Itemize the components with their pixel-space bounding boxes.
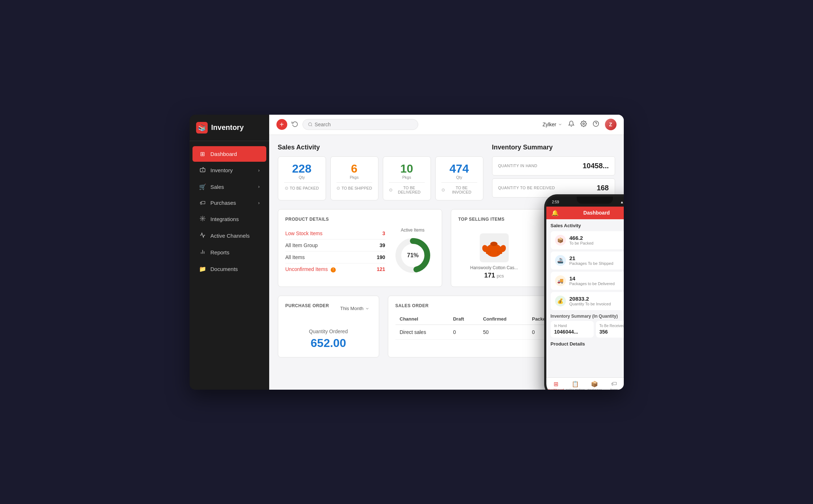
card-to-be-invoiced[interactable]: 474 Qty ⊙ TO BE INVOICED xyxy=(435,156,483,200)
search-input[interactable] xyxy=(315,122,413,127)
phone-bell-icon: 🔔 xyxy=(551,209,559,216)
selling-item-hanswooly[interactable]: Hanswooly Cotton Cas... 171 pcs xyxy=(458,233,530,279)
low-stock-value: 3 xyxy=(382,230,385,236)
search-box[interactable] xyxy=(302,119,418,130)
phone-sales-title: Sales Activity xyxy=(551,223,624,228)
hanswooly-unit: pcs xyxy=(497,273,504,279)
delivered-footer: ⊙ TO BE DELIVERED xyxy=(389,182,425,194)
phone-bottom-nav: ⊞ Dashboard 📋 Sales Orders 📦 Packages 🏷 … xyxy=(546,377,624,390)
org-name: Zylker xyxy=(542,122,556,127)
top-selling-title: TOP SELLING ITEMS xyxy=(458,217,505,222)
po-qty-label: Quantity Ordered xyxy=(285,329,372,334)
phone-activity-delivered[interactable]: 🚚 14 Packages to be Delivered › xyxy=(551,272,624,290)
activity-cards: 228 Qty ⊙ TO BE PACKED 6 Pkgs xyxy=(278,156,483,200)
packed-value: 228 xyxy=(284,162,320,175)
search-icon xyxy=(308,122,313,127)
phone-inventory-summary: Inventory Summary (In Quantity) In Hand … xyxy=(551,314,624,338)
col-confirmed: Confirmed xyxy=(479,313,528,325)
chevron-down-icon xyxy=(365,306,369,311)
packed-unit: Qty xyxy=(284,175,320,179)
unconfirmed-items-row[interactable]: Unconfirmed Items ! 121 xyxy=(285,263,385,275)
sidebar-item-reports[interactable]: Reports xyxy=(192,245,266,261)
sidebar-item-documents[interactable]: 📁 Documents xyxy=(192,261,266,277)
phone-in-hand-label: In Hand xyxy=(554,324,590,328)
inventory-summary-section: Inventory Summary QUANTITY IN HAND 10458… xyxy=(492,144,615,200)
po-title: PURCHASE ORDER xyxy=(285,303,329,308)
product-details-inner: Low Stock Items 3 All Item Group 39 All … xyxy=(285,228,435,275)
topbar: + Zylker xyxy=(269,115,624,135)
qty-in-hand-card[interactable]: QUANTITY IN HAND 10458... xyxy=(492,156,615,175)
topbar-right: Zylker xyxy=(542,119,616,130)
po-header: PURCHASE ORDER This Month xyxy=(285,303,372,314)
phone-packed-icon: 📦 xyxy=(555,235,566,246)
phone-product-details-title: Product Details xyxy=(551,341,624,347)
phone-packed-info: 466.2 To be Packed xyxy=(569,235,624,245)
phone-activity-invoiced[interactable]: 💰 20833.2 Quantity To be Invoiced › xyxy=(551,292,624,310)
phone-nav-sales-icon: 📋 xyxy=(572,381,579,387)
po-qty-value: 652.00 xyxy=(285,336,372,350)
packed-footer: ⊙ TO BE PACKED xyxy=(284,182,320,191)
phone-nav-items-icon: 🏷 xyxy=(611,381,617,387)
po-filter-button[interactable]: This Month xyxy=(338,305,371,312)
hanswooly-qty-row: 171 pcs xyxy=(458,272,530,279)
phone-summary-row: In Hand 1046044... To Be Received 356 xyxy=(551,321,624,338)
phone-nav-dashboard[interactable]: ⊞ Dashboard xyxy=(546,381,566,390)
card-to-be-packed[interactable]: 228 Qty ⊙ TO BE PACKED xyxy=(278,156,326,200)
avatar[interactable]: Z xyxy=(605,119,617,130)
settings-button[interactable] xyxy=(580,120,587,129)
sidebar-label-active-channels: Active Channels xyxy=(211,233,250,239)
donut-chart: Active Items 71% xyxy=(391,228,435,275)
sidebar-item-sales[interactable]: 🛒 Sales › xyxy=(192,179,266,195)
org-selector[interactable]: Zylker xyxy=(542,122,562,127)
phone-header: 🔔 Dashboard ≡ xyxy=(546,207,624,219)
invoiced-unit: Qty xyxy=(441,175,477,179)
col-channel: Channel xyxy=(395,313,449,325)
all-item-group-row[interactable]: All Item Group 39 xyxy=(285,240,385,251)
po-quantity-section: Quantity Ordered 652.00 xyxy=(285,329,372,350)
phone-to-receive-box[interactable]: To Be Received 356 xyxy=(596,321,624,338)
documents-icon: 📁 xyxy=(199,266,206,272)
history-button[interactable] xyxy=(292,120,298,129)
sidebar-label-reports: Reports xyxy=(211,249,230,255)
integrations-icon xyxy=(199,216,206,223)
inventory-icon xyxy=(199,167,206,174)
card-to-be-shipped[interactable]: 6 Pkgs ⊙ TO BE SHIPPED xyxy=(330,156,378,200)
unconfirmed-label: Unconfirmed Items ! xyxy=(285,266,336,272)
phone-nav-dashboard-label: Dashboard xyxy=(548,388,564,390)
phone-nav-items[interactable]: 🏷 Items xyxy=(604,381,623,390)
sidebar-item-purchases[interactable]: 🏷 Purchases › xyxy=(192,195,266,211)
card-to-be-delivered[interactable]: 10 Pkgs ⊙ TO BE DELIVERED xyxy=(383,156,431,200)
hanswooly-image xyxy=(480,233,509,262)
chevron-right-icon: › xyxy=(258,184,260,189)
sidebar-item-dashboard[interactable]: ⊞ Dashboard xyxy=(192,146,266,162)
phone-nav-sales-orders[interactable]: 📋 Sales Orders xyxy=(566,381,585,390)
sidebar-item-integrations[interactable]: Integrations xyxy=(192,211,266,227)
notifications-button[interactable] xyxy=(568,120,575,129)
mobile-phone: 2:59 ▲ WiFi 🔋 🔔 Dashboard ≡ Sales Activi… xyxy=(544,194,624,390)
col-draft: Draft xyxy=(449,313,479,325)
all-items-row[interactable]: All Items 190 xyxy=(285,251,385,263)
add-button[interactable]: + xyxy=(276,119,287,130)
phone-invoiced-info: 20833.2 Quantity To be Invoiced xyxy=(569,296,624,306)
chevron-right-icon: › xyxy=(258,168,260,173)
phone-nav-packages-label: Packages xyxy=(588,388,602,390)
help-button[interactable] xyxy=(593,120,599,129)
phone-activity-shipped[interactable]: 🚢 21 Packages To be Shipped › xyxy=(551,251,624,270)
phone-shipped-icon: 🚢 xyxy=(555,255,566,266)
sidebar-item-inventory[interactable]: Inventory › xyxy=(192,162,266,178)
shipped-value: 6 xyxy=(336,162,372,175)
phone-nav-packages[interactable]: 📦 Packages xyxy=(585,381,605,390)
app-logo-icon: 📚 xyxy=(196,122,208,134)
sidebar-label-documents: Documents xyxy=(211,266,238,272)
phone-activity-packed[interactable]: 📦 466.2 To be Packed › xyxy=(551,231,624,249)
low-stock-row[interactable]: Low Stock Items 3 xyxy=(285,228,385,240)
svg-point-3 xyxy=(202,218,203,219)
donut-svg: 71% xyxy=(393,236,433,275)
phone-in-hand-box[interactable]: In Hand 1046044... xyxy=(551,321,594,338)
dashboard-icon: ⊞ xyxy=(199,151,206,157)
phone-invoiced-icon: 💰 xyxy=(555,296,566,306)
phone-in-hand-value: 1046044... xyxy=(554,329,590,335)
phone-nav-sales-label: Sales Orders xyxy=(566,388,585,390)
sidebar-item-active-channels[interactable]: Active Channels xyxy=(192,228,266,244)
phone-signal-icons: ▲ WiFi 🔋 xyxy=(620,200,623,204)
